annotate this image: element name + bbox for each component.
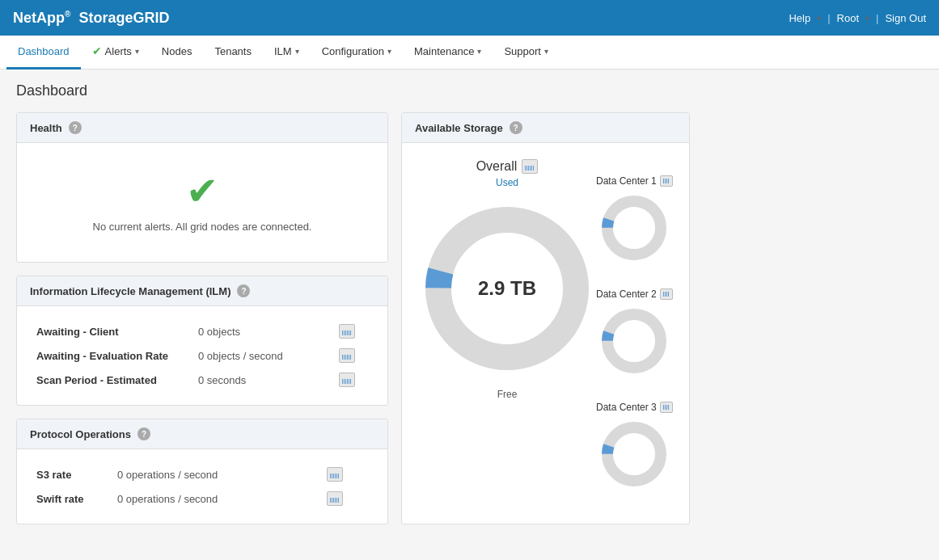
- overall-label: Overall: [476, 159, 539, 174]
- nav-dashboard[interactable]: Dashboard: [6, 36, 81, 69]
- health-content: ✔ No current alerts. All grid nodes are …: [30, 156, 374, 249]
- dc3-chart-icon[interactable]: [660, 402, 673, 413]
- support-arrow: ▾: [544, 47, 548, 56]
- health-card: Health ? ✔ No current alerts. All grid n…: [16, 112, 388, 263]
- dc2-donut-svg: [598, 305, 670, 377]
- datacenter-donuts: Data Center 1 D: [596, 159, 673, 491]
- dc1-chart-icon[interactable]: [660, 175, 673, 187]
- config-arrow: ▾: [387, 47, 391, 56]
- alerts-arrow: ▾: [135, 47, 139, 56]
- nav-alerts[interactable]: ✔ Alerts ▾: [81, 36, 150, 69]
- ilm-row-2-chart-icon[interactable]: [339, 373, 355, 387]
- app-name: NetApp: [13, 10, 65, 26]
- sign-out-link[interactable]: Sign Out: [885, 12, 926, 24]
- storage-body: Overall Used 2.9 TB Free: [402, 143, 689, 507]
- nav-bar: Dashboard ✔ Alerts ▾ Nodes Tenants ILM ▾…: [0, 36, 939, 69]
- storage-help-icon[interactable]: ?: [510, 121, 522, 134]
- protocol-row-1-chart-icon[interactable]: [327, 491, 343, 506]
- dc2-donut-item: Data Center 2: [596, 288, 673, 377]
- top-header: NetApp® StorageGRID Help ▾ | Root ▾ | Si…: [0, 0, 939, 36]
- dc2-chart-icon[interactable]: [660, 288, 673, 300]
- ilm-arrow: ▾: [295, 47, 299, 56]
- nav-configuration[interactable]: Configuration ▾: [311, 36, 403, 69]
- nav-nodes[interactable]: Nodes: [150, 36, 204, 69]
- overall-chart-icon[interactable]: [522, 159, 538, 174]
- dc2-donut: [598, 305, 670, 377]
- overall-center-text: 2.9 TB: [478, 277, 536, 300]
- dc1-donut-svg: [598, 192, 670, 264]
- ilm-row-2-value: 0 seconds: [192, 368, 332, 392]
- table-row: Scan Period - Estimated 0 seconds: [30, 368, 374, 392]
- protocol-row-1-label: Swift rate: [30, 486, 111, 511]
- svg-point-6: [607, 427, 661, 481]
- main-layout: Health ? ✔ No current alerts. All grid n…: [16, 112, 923, 524]
- help-arrow: ▾: [817, 14, 821, 23]
- maint-arrow: ▾: [477, 47, 481, 56]
- health-card-body: ✔ No current alerts. All grid nodes are …: [17, 143, 387, 262]
- nav-tenants[interactable]: Tenants: [203, 36, 263, 69]
- ilm-card-body: Awaiting - Client 0 objects Awaiting - E…: [17, 306, 387, 405]
- dc3-donut-item: Data Center 3: [596, 402, 673, 491]
- ilm-card-header: Information Lifecycle Management (ILM) ?: [17, 276, 387, 306]
- ilm-row-2-label: Scan Period - Estimated: [30, 368, 192, 392]
- dc1-donut-item: Data Center 1: [596, 175, 673, 264]
- ilm-title: Information Lifecycle Management (ILM): [30, 285, 231, 297]
- ilm-table: Awaiting - Client 0 objects Awaiting - E…: [30, 319, 374, 392]
- protocol-title: Protocol Operations: [30, 428, 131, 440]
- help-link[interactable]: Help: [789, 12, 810, 24]
- dc3-label: Data Center 3: [596, 402, 673, 413]
- protocol-table: S3 rate 0 operations / second Swift rate…: [30, 462, 374, 511]
- storage-card-header: Available Storage ?: [402, 113, 689, 143]
- ilm-row-1-chart-icon[interactable]: [339, 348, 355, 363]
- table-row: S3 rate 0 operations / second: [30, 462, 374, 486]
- health-title: Health: [30, 122, 62, 134]
- overall-donut-container: Overall Used 2.9 TB Free: [418, 159, 596, 400]
- product-name: StorageGRID: [78, 10, 169, 26]
- table-row: Swift rate 0 operations / second: [30, 486, 374, 511]
- health-message: No current alerts. All grid nodes are co…: [93, 221, 312, 233]
- ilm-row-0-chart-icon[interactable]: [339, 324, 355, 339]
- protocol-card-body: S3 rate 0 operations / second Swift rate…: [17, 449, 387, 524]
- alerts-check-icon: ✔: [92, 44, 102, 57]
- nav-ilm[interactable]: ILM ▾: [263, 36, 311, 69]
- protocol-row-0-value: 0 operations / second: [111, 462, 320, 486]
- header-actions: Help ▾ | Root ▾ | Sign Out: [789, 12, 926, 24]
- dc1-label: Data Center 1: [596, 175, 673, 187]
- dc2-label: Data Center 2: [596, 288, 673, 300]
- ilm-row-1-value: 0 objects / second: [192, 343, 332, 368]
- trademark: ®: [65, 10, 70, 19]
- page-title: Dashboard: [16, 82, 923, 99]
- overall-donut: 2.9 TB: [418, 200, 596, 377]
- free-label: Free: [497, 389, 518, 400]
- used-label: Used: [496, 177, 518, 188]
- svg-point-2: [607, 201, 661, 255]
- protocol-row-1-value: 0 operations / second: [111, 486, 320, 511]
- health-help-icon[interactable]: ?: [69, 121, 82, 134]
- nav-maintenance[interactable]: Maintenance ▾: [403, 36, 493, 69]
- left-column: Health ? ✔ No current alerts. All grid n…: [16, 112, 388, 524]
- table-row: Awaiting - Evaluation Rate 0 objects / s…: [30, 343, 374, 368]
- ilm-row-0-value: 0 objects: [192, 319, 332, 343]
- table-row: Awaiting - Client 0 objects: [30, 319, 374, 343]
- ilm-row-0-label: Awaiting - Client: [30, 319, 192, 343]
- dc3-donut: [598, 418, 670, 491]
- dc3-donut-svg: [598, 418, 670, 491]
- ilm-card: Information Lifecycle Management (ILM) ?…: [16, 276, 388, 406]
- health-check-icon: ✔: [186, 172, 218, 211]
- protocol-help-icon[interactable]: ?: [137, 427, 150, 440]
- health-card-header: Health ?: [17, 113, 387, 143]
- page-content: Dashboard Health ? ✔ No current alerts. …: [0, 69, 939, 537]
- ilm-help-icon[interactable]: ?: [237, 284, 250, 297]
- protocol-row-0-chart-icon[interactable]: [327, 467, 343, 482]
- svg-point-4: [607, 314, 661, 368]
- root-link[interactable]: Root: [837, 12, 859, 24]
- storage-title: Available Storage: [415, 122, 503, 134]
- dc1-donut: [598, 192, 670, 264]
- protocol-card: Protocol Operations ? S3 rate 0 operatio…: [16, 419, 388, 524]
- root-arrow: ▾: [865, 14, 869, 23]
- nav-support[interactable]: Support ▾: [493, 36, 560, 69]
- protocol-card-header: Protocol Operations ?: [17, 419, 387, 449]
- protocol-row-0-label: S3 rate: [30, 462, 111, 486]
- ilm-row-1-label: Awaiting - Evaluation Rate: [30, 343, 192, 368]
- app-logo: NetApp® StorageGRID: [13, 10, 169, 27]
